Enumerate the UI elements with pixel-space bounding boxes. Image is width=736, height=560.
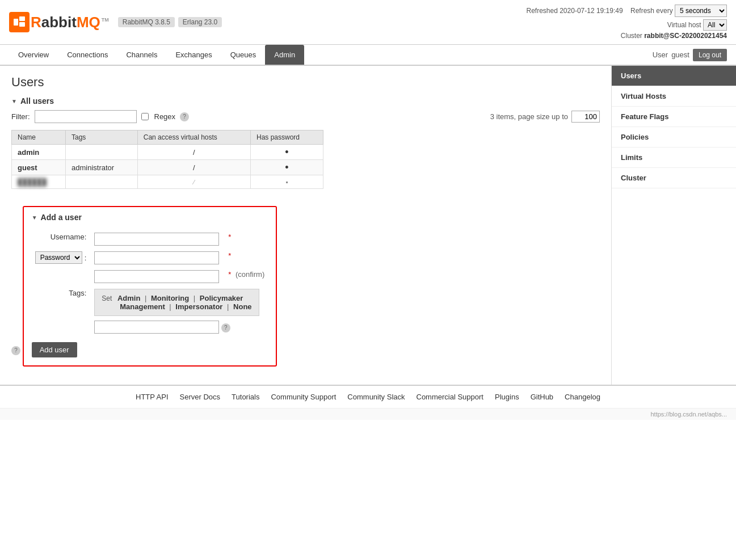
filter-input[interactable] (35, 110, 137, 123)
footer-http-api[interactable]: HTTP API (136, 393, 169, 401)
username-input[interactable] (94, 233, 219, 246)
user-vhosts-admin: / (137, 145, 250, 160)
tag-policymaker[interactable]: Policymaker (200, 294, 243, 302)
tag-management[interactable]: Management (120, 302, 165, 311)
nav-exchanges[interactable]: Exchanges (166, 45, 221, 65)
page-title: Users (11, 75, 600, 90)
footer-plugins[interactable]: Plugins (495, 393, 519, 401)
sep3: | (169, 302, 171, 311)
confirm-label-cell (32, 267, 91, 286)
footer: HTTP API Server Docs Tutorials Community… (0, 385, 736, 408)
tag-none[interactable]: None (233, 302, 252, 311)
confirm-required-star: * (228, 270, 231, 279)
col-vhosts: Can access virtual hosts (137, 130, 250, 145)
nav-channels[interactable]: Channels (117, 45, 166, 65)
table-help-icon[interactable]: ? (11, 346, 20, 355)
logo-text: RabbitMQTM (31, 14, 109, 31)
username-required-cell: * (222, 230, 268, 249)
tag-monitoring[interactable]: Monitoring (151, 294, 189, 302)
user-value: guest (671, 50, 689, 59)
sidebar-item-policies[interactable]: Policies (612, 127, 736, 148)
tags-help-icon[interactable]: ? (221, 323, 230, 332)
sidebar-item-cluster[interactable]: Cluster (612, 168, 736, 188)
svg-rect-1 (19, 16, 25, 21)
nav-user: User guest Log out (653, 49, 727, 61)
password-row: Password Hashed : * (32, 249, 268, 267)
all-users-section-header[interactable]: ▼ All users (11, 96, 600, 106)
user-label: User (653, 50, 668, 59)
password-required-star: * (228, 251, 231, 260)
nav-admin[interactable]: Admin (265, 45, 304, 65)
password-input[interactable] (94, 251, 219, 264)
sidebar-item-limits[interactable]: Limits (612, 148, 736, 168)
username-label: Username: (32, 230, 91, 249)
footer-changelog[interactable]: Changelog (565, 393, 600, 401)
add-user-triangle-icon: ▼ (32, 214, 37, 221)
username-input-cell (91, 230, 222, 249)
content: Users ▼ All users Filter: Regex ? 3 item… (0, 66, 611, 385)
svg-rect-0 (14, 19, 18, 26)
sidebar-item-users[interactable]: Users (612, 66, 736, 86)
user-name-admin[interactable]: admin (12, 145, 66, 160)
tags-input[interactable] (94, 321, 219, 334)
add-user-label: Add a user (41, 213, 82, 222)
user-password-blurred: ▪ (251, 175, 323, 189)
erlang-version-badge: Erlang 23.0 (178, 17, 222, 27)
tag-admin[interactable]: Admin (117, 294, 140, 302)
sidebar-item-feature-flags[interactable]: Feature Flags (612, 107, 736, 127)
confirm-required-cell: * (confirm) (222, 267, 268, 286)
col-name: Name (12, 130, 66, 145)
sidebar: Users Virtual Hosts Feature Flags Polici… (611, 66, 736, 385)
user-tags-blurred (65, 175, 137, 189)
user-vhosts-blurred: ⁄ (137, 175, 250, 189)
items-count-label: 3 items, page size up to (490, 112, 568, 121)
footer-server-docs[interactable]: Server Docs (180, 393, 221, 401)
user-tags-guest: administrator (65, 160, 137, 175)
user-name-guest[interactable]: guest (12, 160, 66, 175)
rabbitmq-version-badge: RabbitMQ 3.8.5 (118, 17, 175, 27)
footer-commercial-support[interactable]: Commercial Support (417, 393, 484, 401)
cluster-value: rabbit@SC-202002021454 (644, 32, 727, 40)
footer-tutorials[interactable]: Tutorials (232, 393, 259, 401)
svg-rect-2 (19, 22, 25, 27)
filter-label: Filter: (11, 112, 30, 121)
header-right: Refreshed 2020-07-12 19:19:49 Refresh ev… (526, 5, 727, 40)
nav-overview[interactable]: Overview (9, 45, 58, 65)
footer-community-support[interactable]: Community Support (271, 393, 336, 401)
footer-github[interactable]: GitHub (531, 393, 553, 401)
items-info: 3 items, page size up to (490, 111, 600, 123)
add-user-section-header[interactable]: ▼ Add a user (32, 213, 268, 222)
tag-impersonator[interactable]: Impersonator (175, 302, 222, 311)
tags-row: Tags: Set Admin | Monitoring | Policymak… (32, 286, 268, 336)
virtual-host-select[interactable]: All / (703, 19, 727, 31)
regex-checkbox[interactable] (141, 113, 149, 120)
nav-queues[interactable]: Queues (221, 45, 266, 65)
tags-content-cell: Set Admin | Monitoring | Policymaker Man… (91, 286, 268, 336)
password-type-select[interactable]: Password Hashed (35, 251, 82, 264)
nav-connections[interactable]: Connections (58, 45, 117, 65)
regex-label: Regex (154, 112, 176, 121)
filter-help-icon[interactable]: ? (180, 112, 189, 121)
col-password: Has password (251, 130, 323, 145)
user-tags-admin (65, 145, 137, 160)
virtual-host-row: Virtual host All / (526, 19, 727, 31)
nav: Overview Connections Channels Exchanges … (0, 45, 736, 66)
footer-community-slack[interactable]: Community Slack (347, 393, 405, 401)
virtual-host-label: Virtual host (667, 21, 701, 29)
logout-button[interactable]: Log out (693, 49, 727, 61)
refreshed-label: Refreshed 2020-07-12 19:19:49 (526, 7, 623, 15)
page-size-input[interactable] (571, 111, 600, 123)
confirm-input-cell (91, 267, 222, 286)
user-name-blurred[interactable]: ██████ (12, 175, 66, 189)
username-required-star: * (228, 233, 231, 241)
header: RabbitMQTM RabbitMQ 3.8.5 Erlang 23.0 Re… (0, 0, 736, 45)
confirm-password-row: * (confirm) (32, 267, 268, 286)
rabbitmq-logo-icon (9, 12, 30, 32)
confirm-password-input[interactable] (94, 270, 219, 283)
sidebar-item-virtual-hosts[interactable]: Virtual Hosts (612, 86, 736, 107)
table-row: admin / • (12, 145, 323, 160)
refresh-select[interactable]: 5 seconds 10 seconds 30 seconds 60 secon… (675, 5, 727, 17)
sep2: | (194, 294, 195, 302)
main: Users ▼ All users Filter: Regex ? 3 item… (0, 66, 736, 385)
add-user-button[interactable]: Add user (32, 342, 77, 357)
